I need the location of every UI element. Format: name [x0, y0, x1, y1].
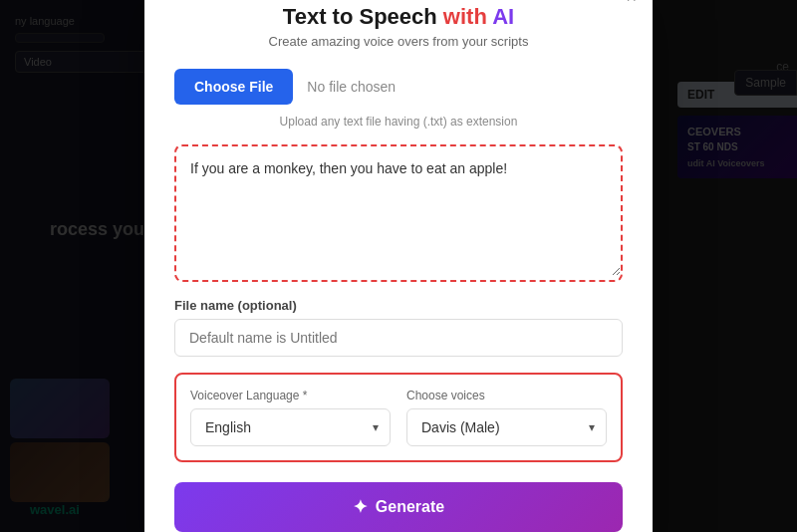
language-col: Voiceover Language * English Spanish Fre… [190, 389, 391, 446]
title-ai-part: AI [492, 4, 514, 29]
language-select[interactable]: English Spanish French [190, 408, 391, 446]
voice-row: Voiceover Language * English Spanish Fre… [190, 389, 607, 446]
title-with-part: with [443, 4, 487, 29]
voices-select[interactable]: Davis (Male) Jenny (Female) Guy (Male) [406, 408, 607, 446]
voices-col: Choose voices Davis (Male) Jenny (Female… [406, 389, 607, 446]
script-textarea[interactable] [176, 146, 621, 276]
modal-title: Text to Speech with AI [174, 4, 623, 30]
file-name-label: File name (optional) [174, 298, 623, 313]
modal-backdrop: × Text to Speech with AI Create amazing … [0, 0, 797, 532]
voice-section: Voiceover Language * English Spanish Fre… [174, 373, 623, 462]
close-button[interactable]: × [626, 0, 637, 6]
upload-hint: Upload any text file having (.txt) as ex… [174, 115, 623, 129]
voices-select-wrapper: Davis (Male) Jenny (Female) Guy (Male) ▾ [406, 408, 607, 446]
voices-label: Choose voices [406, 389, 607, 402]
modal: × Text to Speech with AI Create amazing … [144, 0, 653, 532]
file-name-input[interactable] [174, 319, 623, 357]
language-label: Voiceover Language * [190, 389, 391, 402]
choose-file-button[interactable]: Choose File [174, 69, 293, 105]
language-select-wrapper: English Spanish French ▾ [190, 408, 391, 446]
file-upload-section: Choose File No file chosen [174, 69, 623, 105]
generate-label: Generate [376, 498, 444, 516]
textarea-wrapper [174, 144, 623, 282]
file-name-display: No file chosen [307, 79, 396, 95]
modal-subtitle: Create amazing voice overs from your scr… [174, 34, 623, 49]
generate-button[interactable]: ✦ Generate [174, 482, 623, 532]
sparkle-icon: ✦ [353, 496, 368, 518]
title-text-part: Text to Speech [283, 4, 443, 29]
